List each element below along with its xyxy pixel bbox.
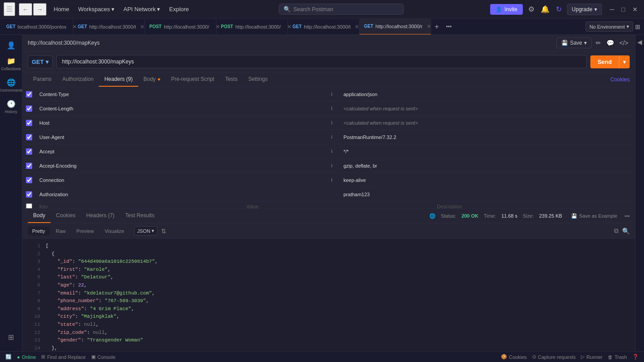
maximize-button[interactable]: □	[619, 4, 628, 15]
api-network-link[interactable]: API Network ▾	[120, 4, 164, 14]
sidebar-item-history[interactable]: 🕐 History	[1, 97, 21, 117]
code-button[interactable]: </>	[618, 38, 630, 48]
cookies-button[interactable]: 🍪 Cookies	[501, 354, 527, 360]
url-input[interactable]	[56, 55, 587, 68]
menu-button[interactable]: ☰	[4, 2, 15, 16]
header-key: Connection	[39, 177, 331, 183]
sidebar-item-environments[interactable]: 🌐 Environments	[1, 76, 21, 95]
tab-1[interactable]: GET localhost:3000/jsontox ✕	[2, 19, 73, 35]
method-selector[interactable]: GET ▾	[28, 55, 53, 68]
search-bar[interactable]: 🔍 Search Postman	[279, 4, 404, 15]
environment-selector[interactable]: No Environment ▾	[585, 21, 633, 32]
nav-arrows: ← →	[19, 3, 47, 16]
add-tab-button[interactable]: +	[431, 21, 442, 33]
tab-tests[interactable]: Tests	[220, 72, 243, 87]
tab-params[interactable]: Params	[28, 72, 57, 87]
send-dropdown-button[interactable]: ▾	[619, 55, 630, 68]
info-icon[interactable]: ℹ	[331, 120, 340, 125]
copy-icon[interactable]: ⧉	[614, 227, 619, 235]
header-checkbox[interactable]	[26, 177, 32, 183]
tab-5[interactable]: GET http://localhost:3000/t ✕	[288, 19, 360, 35]
filter-icon[interactable]: ⇅	[161, 227, 166, 235]
resp-tab-cookies[interactable]: Cookies	[51, 209, 80, 223]
edit-button[interactable]: ✏	[594, 38, 602, 48]
find-replace-button[interactable]: ⊞ Find and Replace	[41, 354, 85, 360]
workspaces-link[interactable]: Workspaces ▾	[75, 4, 118, 14]
new-desc-placeholder[interactable]: Description	[437, 204, 631, 208]
resp-tab-body[interactable]: Body	[28, 209, 51, 223]
new-key-placeholder[interactable]: Key	[39, 204, 234, 208]
history-icon: 🕐	[7, 100, 16, 108]
globe-icon: 🌐	[429, 213, 436, 219]
header-checkbox[interactable]	[26, 120, 32, 126]
subtab-visualize[interactable]: Visualize	[100, 227, 129, 236]
tabs-more-button[interactable]: •••	[442, 22, 455, 32]
info-icon[interactable]: ℹ	[331, 106, 340, 111]
info-icon[interactable]: ℹ	[331, 92, 340, 97]
header-value: application/json	[340, 92, 631, 97]
upgrade-button[interactable]: Upgrade ▾	[567, 4, 602, 15]
comment-button[interactable]: 💬	[605, 38, 615, 48]
tab-settings[interactable]: Settings	[243, 72, 273, 87]
sidebar-item-account[interactable]: 👤	[1, 38, 21, 52]
env-grid-icon[interactable]: ⊞	[633, 21, 642, 32]
console-icon: ▣	[91, 354, 96, 360]
right-sidebar-toggle[interactable]: ◀	[637, 38, 642, 46]
tab-headers[interactable]: Headers (9)	[99, 72, 138, 87]
subtab-pretty[interactable]: Pretty	[28, 227, 50, 236]
save-example-button[interactable]: 💾 Save as Example	[571, 213, 618, 219]
new-header-checkbox[interactable]	[26, 203, 32, 208]
back-button[interactable]: ←	[19, 3, 32, 16]
tab-close[interactable]: ✕	[140, 24, 144, 30]
format-selector[interactable]: JSON ▾	[134, 226, 157, 236]
bootcamp-icon[interactable]: 🔄	[5, 354, 12, 360]
header-checkbox[interactable]	[26, 134, 32, 140]
header-checkbox[interactable]	[26, 105, 32, 112]
tab-authorization[interactable]: Authorization	[57, 72, 99, 87]
sidebar-item-collections[interactable]: 📁 Collections	[1, 54, 21, 74]
console-button[interactable]: ▣ Console	[91, 354, 115, 360]
tab-close[interactable]: ✕	[355, 24, 359, 30]
json-view: 1 [ 2 { 3 "_id": "644d490a6a1018c2250614…	[22, 239, 635, 351]
resp-tab-test-results[interactable]: Test Results	[120, 209, 160, 223]
minimize-button[interactable]: ─	[607, 4, 617, 15]
resp-tab-headers[interactable]: Headers (7)	[81, 209, 120, 223]
tab-close[interactable]: ✕	[427, 23, 431, 29]
subtab-preview[interactable]: Preview	[72, 227, 98, 236]
forward-button[interactable]: →	[33, 3, 47, 16]
header-checkbox[interactable]	[26, 148, 32, 155]
home-link[interactable]: Home	[50, 4, 73, 14]
subtab-raw[interactable]: Raw	[51, 227, 70, 236]
search-response-icon[interactable]: 🔍	[622, 227, 630, 235]
send-button[interactable]: Send	[590, 55, 619, 68]
sync-icon[interactable]: ↻	[554, 3, 564, 15]
new-value-placeholder[interactable]: Value	[243, 204, 437, 208]
help-button[interactable]: ❓	[632, 354, 639, 360]
info-icon[interactable]: ℹ	[331, 177, 340, 182]
header-checkbox[interactable]	[26, 163, 32, 169]
info-icon[interactable]: ℹ	[331, 163, 340, 168]
save-button[interactable]: 💾 Save ▾	[556, 38, 591, 48]
sidebar-item-flows[interactable]: ⊞	[1, 330, 21, 344]
cookies-link[interactable]: Cookies	[610, 76, 630, 83]
settings-icon[interactable]: ⚙	[526, 3, 536, 15]
tab-pre-request[interactable]: Pre-request Script	[165, 72, 220, 87]
info-icon[interactable]: ℹ	[331, 149, 340, 154]
tab-body[interactable]: Body	[138, 72, 166, 87]
more-options-button[interactable]: •••	[624, 213, 630, 219]
tab-4[interactable]: POST http://localhost:3000/ ✕	[216, 19, 288, 35]
invite-button[interactable]: 👤 Invite	[490, 4, 523, 15]
tab-2[interactable]: GET http://localhost:3000/t ✕	[73, 19, 145, 35]
info-icon[interactable]: ℹ	[331, 135, 340, 139]
close-button[interactable]: ✕	[630, 4, 640, 15]
capture-requests-button[interactable]: ⊙ Capture requests	[532, 354, 576, 360]
header-checkbox[interactable]	[26, 91, 32, 97]
runner-button[interactable]: ▷ Runner	[581, 354, 602, 360]
tab-3[interactable]: POST http://localhost:3000/ ✕	[145, 19, 216, 35]
explore-link[interactable]: Explore	[165, 4, 192, 14]
sidebar-label: Collections	[1, 67, 21, 71]
bell-icon[interactable]: 🔔	[539, 3, 551, 15]
tab-6-active[interactable]: GET http://localhost:3000/r ✕	[360, 19, 431, 35]
trash-button[interactable]: 🗑 Trash	[608, 354, 627, 360]
header-checkbox[interactable]	[26, 191, 32, 198]
